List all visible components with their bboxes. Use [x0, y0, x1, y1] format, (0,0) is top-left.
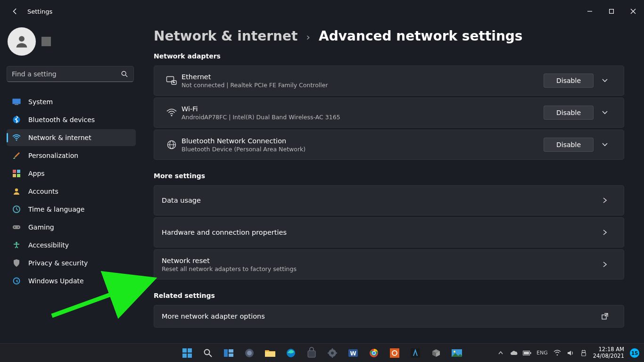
- app-icon-cube[interactable]: [427, 344, 445, 362]
- minimize-button[interactable]: [579, 4, 601, 19]
- nav-item-accessibility[interactable]: Accessibility: [7, 237, 136, 254]
- svg-rect-14: [13, 174, 16, 177]
- nav-item-network[interactable]: Network & internet: [7, 129, 136, 146]
- chrome-icon[interactable]: [365, 344, 383, 362]
- nav-item-privacy[interactable]: Privacy & security: [7, 255, 136, 272]
- adapter-card-ethernet[interactable]: Ethernet Not connected | Realtek PCIe FE…: [154, 66, 624, 96]
- nav-label: Privacy & security: [28, 259, 88, 267]
- disable-button[interactable]: Disable: [544, 74, 594, 88]
- search-box[interactable]: [7, 66, 134, 82]
- taskbar[interactable]: W ENG 12:18 AM 24/08/2021 15: [0, 343, 644, 362]
- clock-date: 24/08/2021: [593, 353, 624, 359]
- expand-button[interactable]: [594, 78, 616, 83]
- setting-card-hardware[interactable]: Hardware and connection properties: [154, 217, 624, 247]
- chevron-right-icon: ›: [306, 31, 310, 43]
- task-view-icon[interactable]: [220, 344, 238, 362]
- nav-item-accounts[interactable]: Accounts: [7, 183, 136, 200]
- nav-label: Bluetooth & devices: [28, 116, 95, 123]
- svg-rect-42: [229, 354, 233, 357]
- volume-icon[interactable]: [567, 349, 574, 357]
- svg-line-19: [17, 209, 18, 210]
- svg-rect-59: [390, 348, 399, 358]
- adapter-subtitle: AndroidAP78FC | Intel(R) Dual Band Wirel…: [182, 114, 544, 121]
- nav-label: Windows Update: [28, 277, 84, 285]
- expand-button[interactable]: [594, 110, 616, 115]
- nav-item-gaming[interactable]: Gaming: [7, 219, 136, 236]
- nav-label: Network & internet: [28, 134, 91, 141]
- app-icon-orange[interactable]: [386, 344, 404, 362]
- close-button[interactable]: [622, 4, 644, 19]
- nav-item-personalization[interactable]: Personalization: [7, 147, 136, 164]
- file-explorer-icon[interactable]: [261, 344, 279, 362]
- section-header-adapters: Network adapters: [154, 52, 624, 60]
- adapter-title: Ethernet: [182, 73, 544, 81]
- setting-card-more-adapter-options[interactable]: More network adapter options: [154, 305, 624, 328]
- search-input[interactable]: [12, 70, 121, 78]
- taskbar-search-icon[interactable]: [199, 344, 217, 362]
- svg-point-5: [122, 71, 126, 75]
- sidebar: System Bluetooth & devices Network & int…: [0, 23, 141, 343]
- nav-label: Time & language: [28, 206, 84, 213]
- nav-item-time[interactable]: Time & language: [7, 201, 136, 218]
- svg-point-21: [14, 227, 15, 228]
- language-icon[interactable]: ENG: [537, 349, 548, 357]
- apps-icon: [12, 169, 21, 178]
- svg-rect-11: [13, 158, 15, 159]
- adapter-title: Wi-Fi: [182, 105, 544, 113]
- svg-line-39: [209, 354, 212, 357]
- expand-button[interactable]: [594, 142, 616, 148]
- nav-item-apps[interactable]: Apps: [7, 165, 136, 182]
- person-icon: [12, 187, 21, 196]
- setting-card-network-reset[interactable]: Network reset Reset all network adapters…: [154, 249, 624, 280]
- svg-rect-37: [188, 354, 192, 358]
- widgets-icon[interactable]: [240, 344, 258, 362]
- back-button[interactable]: [9, 6, 21, 17]
- section-header-more: More settings: [154, 172, 624, 180]
- svg-rect-47: [308, 351, 315, 357]
- svg-rect-1: [610, 9, 614, 14]
- user-row[interactable]: [8, 27, 136, 56]
- wifi-icon: [162, 109, 182, 116]
- nav-item-update[interactable]: Windows Update: [7, 272, 136, 289]
- svg-rect-34: [182, 348, 187, 353]
- section-header-related: Related settings: [154, 292, 624, 299]
- system-icon: [12, 98, 21, 106]
- adapter-subtitle: Not connected | Realtek PCIe FE Family C…: [182, 82, 544, 89]
- store-icon[interactable]: [303, 344, 321, 362]
- settings-taskbar-icon[interactable]: [323, 344, 341, 362]
- battery-icon[interactable]: [523, 349, 531, 357]
- svg-point-58: [372, 352, 375, 354]
- taskbar-clock[interactable]: 12:18 AM 24/08/2021: [593, 346, 624, 359]
- nav-item-bluetooth[interactable]: Bluetooth & devices: [7, 111, 136, 128]
- word-icon[interactable]: W: [344, 344, 362, 362]
- breadcrumb-parent[interactable]: Network & internet: [154, 28, 297, 44]
- onedrive-icon[interactable]: [510, 349, 518, 357]
- adapter-card-wifi[interactable]: Wi-Fi AndroidAP78FC | Intel(R) Dual Band…: [154, 98, 624, 128]
- power-icon[interactable]: [580, 349, 587, 357]
- setting-subtitle: Reset all network adapters to factory se…: [162, 265, 594, 272]
- disable-button[interactable]: Disable: [544, 106, 594, 120]
- svg-point-38: [205, 349, 210, 354]
- nav-label: Gaming: [28, 223, 54, 231]
- app-icon-photo[interactable]: [448, 344, 466, 362]
- disable-button[interactable]: Disable: [544, 138, 594, 152]
- nav-item-system[interactable]: System: [7, 93, 136, 110]
- svg-point-44: [247, 351, 252, 355]
- tray-chevron-icon[interactable]: [497, 349, 504, 357]
- start-button[interactable]: [178, 344, 196, 362]
- svg-rect-68: [582, 350, 585, 352]
- taskbar-apps: W: [178, 344, 466, 362]
- wifi-tray-icon[interactable]: [553, 349, 561, 357]
- nav-label: Accounts: [28, 188, 58, 195]
- edge-icon[interactable]: [282, 344, 300, 362]
- search-icon: [121, 70, 129, 78]
- system-tray[interactable]: ENG 12:18 AM 24/08/2021 15: [497, 346, 644, 359]
- app-icon-dark[interactable]: [406, 344, 424, 362]
- maximize-button[interactable]: [601, 4, 622, 19]
- svg-point-28: [171, 115, 172, 116]
- svg-point-67: [556, 354, 558, 355]
- setting-card-data-usage[interactable]: Data usage: [154, 185, 624, 215]
- notification-badge[interactable]: 15: [630, 348, 639, 358]
- adapter-card-bluetooth[interactable]: Bluetooth Network Connection Bluetooth D…: [154, 130, 624, 160]
- svg-rect-7: [13, 99, 21, 104]
